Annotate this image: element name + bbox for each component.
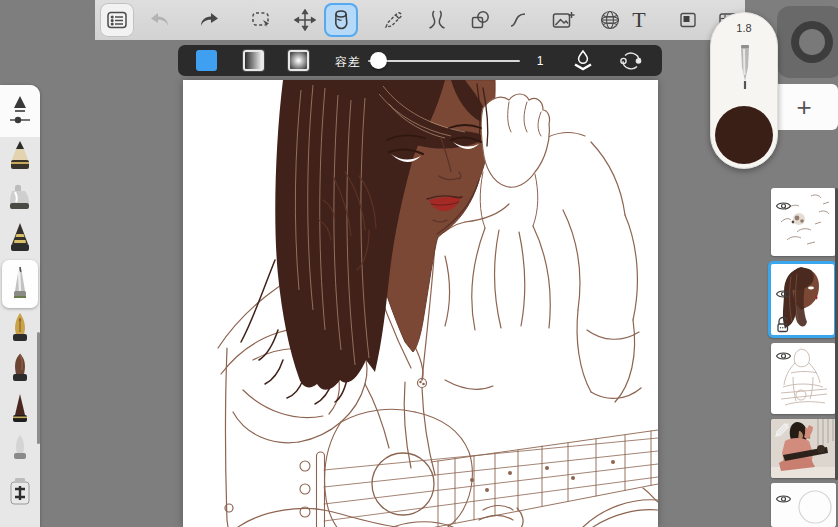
top-toolbar: T	[95, 0, 745, 40]
fill-layer-button[interactable]	[570, 48, 596, 78]
layer-1-visibility-eye-icon[interactable]	[775, 198, 792, 216]
brush-sidebar	[0, 85, 40, 527]
image-add-button[interactable]	[546, 3, 580, 37]
image-add-icon	[551, 9, 575, 31]
camera-panel[interactable]	[777, 6, 838, 78]
redo-icon	[197, 9, 221, 31]
drawing-canvas[interactable]	[183, 80, 658, 527]
layer-row-2-selected[interactable]	[768, 261, 837, 338]
mesh-sphere-icon	[598, 8, 622, 32]
layer-4-edit-disabled-pencil-slash-icon[interactable]	[773, 421, 791, 443]
text-tool-button[interactable]: T	[622, 3, 656, 37]
tolerance-value: 1	[530, 54, 550, 68]
select-region-button[interactable]	[244, 3, 278, 37]
fill-layer-drop-icon	[570, 60, 596, 77]
tool-pencil[interactable]	[0, 140, 40, 174]
brush-color-swatch[interactable]	[715, 106, 773, 164]
tool-pointed-brush[interactable]	[0, 393, 40, 426]
curve-icon	[507, 9, 529, 31]
select-region-icon	[250, 9, 272, 31]
layer-row-3[interactable]	[771, 343, 836, 414]
warp-button[interactable]	[420, 3, 454, 37]
menu-list-button[interactable]	[100, 3, 134, 37]
solid-fill-swatch[interactable]	[196, 50, 217, 71]
layer-row-4[interactable]	[771, 419, 836, 478]
redo-button[interactable]	[192, 3, 226, 37]
raised-hand	[477, 84, 550, 228]
tolerance-label: 容差	[335, 54, 361, 71]
guitar-lines	[300, 409, 658, 527]
tool-paint-tube[interactable]	[0, 476, 40, 510]
color-chip-button[interactable]	[671, 3, 705, 37]
tool-nib-pen[interactable]	[0, 312, 40, 345]
linear-gradient-swatch[interactable]	[243, 50, 264, 71]
tool-fountain-brush[interactable]	[0, 222, 40, 255]
cycle-swap-icon	[616, 60, 646, 77]
curve-button[interactable]	[501, 3, 535, 37]
tool-round-brush[interactable]	[0, 352, 40, 385]
radial-gradient-swatch[interactable]	[288, 50, 309, 71]
layer-row-1[interactable]	[771, 188, 836, 256]
shapes-icon	[469, 9, 491, 31]
fill-bucket-button[interactable]	[324, 3, 358, 37]
cycle-swap-button[interactable]	[616, 48, 646, 78]
tolerance-slider-knob[interactable]	[370, 52, 387, 69]
app-window: { "window": {"width": 838, "height": 527…	[0, 0, 838, 527]
move-button[interactable]	[288, 3, 322, 37]
tolerance-slider-track[interactable]	[368, 60, 520, 62]
canvas-artwork	[183, 80, 658, 527]
layer-3-visibility-eye-icon[interactable]	[775, 348, 792, 366]
layer-2-visibility-eye-icon[interactable]	[775, 286, 792, 304]
brush-size-value: 1.8	[711, 22, 777, 34]
tool-brush-settings[interactable]	[0, 92, 40, 130]
tool-technical-liner[interactable]	[0, 265, 40, 303]
add-layer-button[interactable]: +	[770, 84, 838, 130]
fill-bucket-icon	[329, 8, 353, 32]
layer-row-5[interactable]	[771, 483, 836, 527]
move-icon	[294, 9, 316, 31]
color-chip-icon	[678, 10, 698, 30]
pencil-edit-icon	[382, 9, 404, 31]
layer-5-visibility-eye-icon[interactable]	[775, 491, 792, 509]
brush-tip-icon	[733, 41, 757, 101]
undo-button[interactable]	[143, 3, 177, 37]
layer-2-unlock-icon[interactable]	[775, 316, 790, 338]
brush-preview-widget[interactable]: 1.8	[710, 12, 778, 169]
shapes-button[interactable]	[463, 3, 497, 37]
camera-lens-icon	[791, 21, 833, 63]
fill-options-bar: 容差 1	[178, 45, 662, 76]
add-layer-label: +	[796, 92, 811, 123]
sidebar-scrollbar[interactable]	[37, 332, 40, 444]
text-tool-icon: T	[632, 9, 645, 31]
pencil-edit-button[interactable]	[376, 3, 410, 37]
tool-soft-brush[interactable]	[0, 433, 40, 463]
figure-hair	[241, 80, 487, 404]
undo-icon	[148, 9, 172, 31]
menu-list-icon	[106, 9, 128, 31]
tool-marker[interactable]	[0, 183, 40, 213]
warp-icon	[425, 9, 449, 31]
